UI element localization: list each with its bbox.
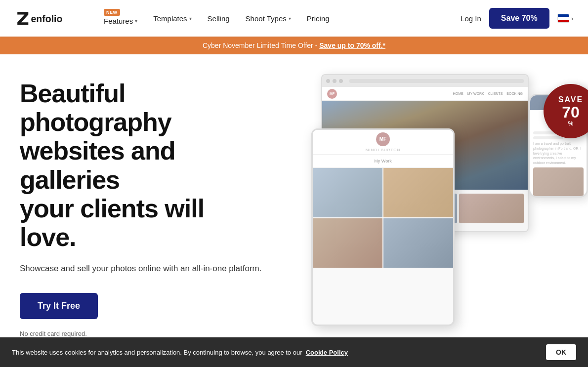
nav-right: Log In Save 70% › — [461, 8, 573, 29]
cookie-ok-button[interactable]: OK — [546, 344, 576, 360]
svg-text:enfolio: enfolio — [31, 13, 63, 24]
tablet-device: MF MINDI BURTON My Work — [311, 128, 455, 326]
templates-chevron: ▾ — [189, 16, 192, 21]
navbar: enfolio NEW Features ▾ Templates ▾ Selli… — [0, 0, 588, 37]
cookie-text: This website uses cookies for analytics … — [12, 349, 348, 356]
logo-link[interactable]: enfolio — [15, 8, 79, 28]
no-credit-text: No credit card required. — [20, 330, 267, 337]
hero-title: Beautiful photography websites and galle… — [20, 79, 267, 251]
cookie-policy-link[interactable]: Cookie Policy — [306, 349, 348, 356]
hero-section: Beautiful photography websites and galle… — [0, 54, 588, 357]
hero-content: Beautiful photography websites and galle… — [20, 79, 267, 337]
save-cta-button[interactable]: Save 70% — [489, 8, 549, 29]
chevron-down-icon: › — [571, 15, 573, 22]
nav-shoot-types[interactable]: Shoot Types ▾ — [239, 10, 298, 27]
promo-banner-link[interactable]: Save up to 70% off.* — [319, 41, 385, 49]
zenfolio-logo: enfolio — [15, 8, 79, 28]
log-in-button[interactable]: Log In — [461, 14, 481, 23]
new-badge: NEW — [104, 9, 120, 16]
cookie-banner: This website uses cookies for analytics … — [0, 337, 588, 367]
svg-marker-0 — [17, 12, 28, 25]
nav-features[interactable]: NEW Features ▾ — [97, 8, 144, 29]
nav-templates[interactable]: Templates ▾ — [146, 10, 198, 27]
hero-subtitle: Showcase and sell your photos online wit… — [20, 262, 267, 275]
language-selector[interactable]: › — [557, 14, 573, 23]
nav-selling[interactable]: Selling — [201, 10, 237, 27]
nav-pricing[interactable]: Pricing — [300, 10, 336, 27]
try-free-button[interactable]: Try It Free — [20, 293, 98, 319]
shoot-types-chevron: ▾ — [289, 16, 291, 21]
hero-devices: MF HOME MY WORK CLIENTS BOOKING — [311, 64, 588, 331]
promo-banner: Cyber November Limited Time Offer - Save… — [0, 37, 588, 54]
features-chevron: ▾ — [135, 18, 137, 24]
nav-links: NEW Features ▾ Templates ▾ Selling Shoot… — [97, 8, 461, 29]
eu-flag-icon — [557, 14, 569, 23]
